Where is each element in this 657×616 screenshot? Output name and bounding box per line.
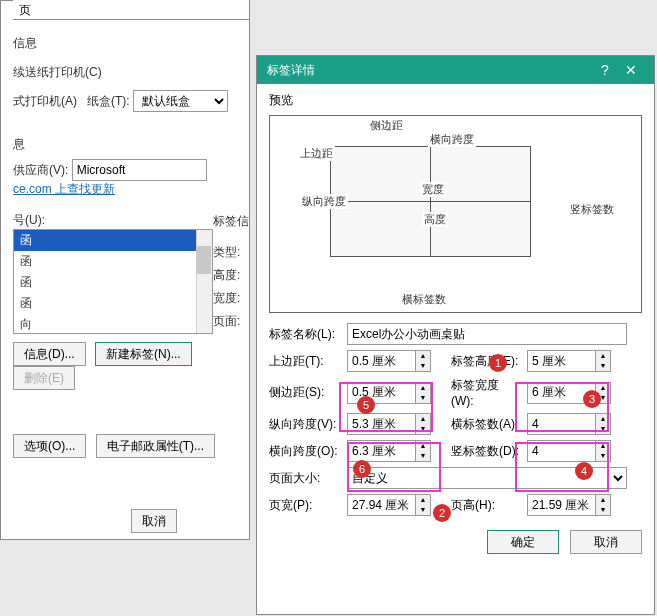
update-link[interactable]: ce.com 上查找更新: [13, 182, 115, 196]
dialog-title: 标签详情: [267, 62, 592, 79]
pagew-label: 页宽(P):: [269, 497, 341, 514]
tray-select[interactable]: 默认纸盒: [133, 90, 228, 112]
mail-props-button[interactable]: 电子邮政属性(T)...: [96, 434, 215, 458]
spin-up-icon[interactable]: ▲: [416, 383, 430, 393]
scrollbar-thumb[interactable]: [197, 246, 211, 274]
list-item[interactable]: 函: [14, 251, 212, 272]
pageh-label: 页高(H):: [451, 497, 521, 514]
h-span-label: 横向跨度(O):: [269, 443, 341, 460]
preview-label: 预览: [269, 92, 642, 109]
side-margin-label: 侧边距(S):: [269, 384, 341, 401]
page-label: 页面:: [213, 313, 249, 330]
v-count-label: 竖标签数(D):: [451, 443, 521, 460]
spin-down-icon[interactable]: ▼: [596, 451, 610, 461]
pagesize-label: 页面大小:: [269, 470, 341, 487]
pageh-input[interactable]: [527, 494, 595, 516]
list-item[interactable]: 函: [14, 230, 212, 251]
label-height-input[interactable]: [527, 350, 595, 372]
annotation-bubble: 4: [575, 462, 593, 480]
diagram-v-span: 纵向跨度: [300, 194, 348, 209]
h-count-input[interactable]: [527, 413, 595, 435]
label-details-dialog: 标签详情 ? ✕ 预览 侧边距 上边距 横向跨度 纵向跨度 宽度 高度 横标签数…: [256, 55, 655, 615]
help-icon[interactable]: ?: [592, 62, 618, 78]
cancel-button[interactable]: 取消: [570, 530, 642, 554]
list-item[interactable]: 向: [14, 314, 212, 334]
cancel-button[interactable]: 取消: [131, 509, 177, 533]
tray-label: 纸盒(T):: [87, 94, 130, 108]
top-margin-spinner[interactable]: ▲▼: [347, 350, 431, 372]
feeder-radio-label[interactable]: 续送纸打印机(C): [13, 64, 102, 81]
spin-up-icon[interactable]: ▲: [416, 351, 430, 361]
pageh-spinner[interactable]: ▲▼: [527, 494, 611, 516]
spin-down-icon[interactable]: ▼: [596, 361, 610, 371]
v-span-label: 纵向跨度(V):: [269, 416, 341, 433]
new-label-button[interactable]: 新建标签(N)...: [95, 342, 192, 366]
close-icon[interactable]: ✕: [618, 62, 644, 78]
top-margin-input[interactable]: [347, 350, 415, 372]
name-input[interactable]: [347, 323, 627, 345]
product-listbox[interactable]: 函 函 函 函 向: [13, 229, 213, 334]
preview-diagram: 侧边距 上边距 横向跨度 纵向跨度 宽度 高度 横标签数 竖标签数: [269, 115, 642, 313]
annotation-bubble: 6: [353, 460, 371, 478]
diagram-h-count: 横标签数: [400, 292, 448, 307]
annotation-bubble: 2: [433, 504, 451, 522]
diagram-v-count: 竖标签数: [568, 202, 616, 217]
spin-up-icon[interactable]: ▲: [416, 441, 430, 451]
v-count-spinner[interactable]: ▲▼: [527, 440, 611, 462]
h-span-spinner[interactable]: ▲▼: [347, 440, 431, 462]
h-span-input[interactable]: [347, 440, 415, 462]
section-info: 信息: [13, 35, 37, 52]
spin-up-icon[interactable]: ▲: [596, 441, 610, 451]
vendor-input[interactable]: [72, 159, 207, 181]
top-margin-label: 上边距(T):: [269, 353, 341, 370]
annotation-bubble: 1: [489, 354, 507, 372]
v-span-input[interactable]: [347, 413, 415, 435]
spin-down-icon[interactable]: ▼: [416, 505, 430, 515]
type-label: 类型:: [213, 244, 249, 261]
tab-header: 页: [13, 0, 249, 20]
v-count-input[interactable]: [527, 440, 595, 462]
options-button[interactable]: 选项(O)...: [13, 434, 86, 458]
manual-radio-label[interactable]: 式打印机(A): [13, 93, 77, 110]
label-height-spinner[interactable]: ▲▼: [527, 350, 611, 372]
section-info2: 息: [13, 136, 25, 153]
vendor-label: 供应商(V):: [13, 163, 68, 177]
h-count-label: 横标签数(A):: [451, 416, 521, 433]
spin-down-icon[interactable]: ▼: [416, 393, 430, 403]
name-label: 标签名称(L):: [269, 326, 341, 343]
pagew-input[interactable]: [347, 494, 415, 516]
spin-up-icon[interactable]: ▲: [596, 414, 610, 424]
spin-up-icon[interactable]: ▲: [596, 495, 610, 505]
spin-up-icon[interactable]: ▲: [596, 383, 610, 393]
list-item[interactable]: 函: [14, 272, 212, 293]
list-item[interactable]: 函: [14, 293, 212, 314]
spin-down-icon[interactable]: ▼: [596, 424, 610, 434]
pagew-spinner[interactable]: ▲▼: [347, 494, 431, 516]
titlebar: 标签详情 ? ✕: [257, 56, 654, 84]
diagram-grid: [330, 146, 531, 257]
spin-down-icon[interactable]: ▼: [416, 361, 430, 371]
label-width-label: 标签宽度(W):: [451, 377, 521, 408]
spin-down-icon[interactable]: ▼: [416, 424, 430, 434]
options-dialog: 页 信息 续送纸打印机(C) 式打印机(A) 纸盒(T): 默认纸盒 息 供应商…: [0, 0, 250, 540]
annotation-bubble: 3: [583, 390, 601, 408]
product-label: 号(U):: [13, 212, 237, 229]
spin-up-icon[interactable]: ▲: [416, 495, 430, 505]
annotation-bubble: 5: [357, 396, 375, 414]
scrollbar[interactable]: [196, 230, 212, 333]
spin-down-icon[interactable]: ▼: [596, 505, 610, 515]
info-button[interactable]: 信息(D)...: [13, 342, 86, 366]
diagram-height: 高度: [422, 212, 448, 227]
spin-down-icon[interactable]: ▼: [416, 451, 430, 461]
h-count-spinner[interactable]: ▲▼: [527, 413, 611, 435]
spin-up-icon[interactable]: ▲: [416, 414, 430, 424]
height-label: 高度:: [213, 267, 249, 284]
ok-button[interactable]: 确定: [487, 530, 559, 554]
label-height-label: 标签高度(E):: [451, 353, 521, 370]
delete-button: 删除(E): [13, 366, 75, 390]
v-span-spinner[interactable]: ▲▼: [347, 413, 431, 435]
diagram-top-margin: 上边距: [298, 146, 335, 161]
diagram-width: 宽度: [420, 182, 446, 197]
diagram-side-margin: 侧边距: [368, 118, 405, 133]
spin-up-icon[interactable]: ▲: [596, 351, 610, 361]
